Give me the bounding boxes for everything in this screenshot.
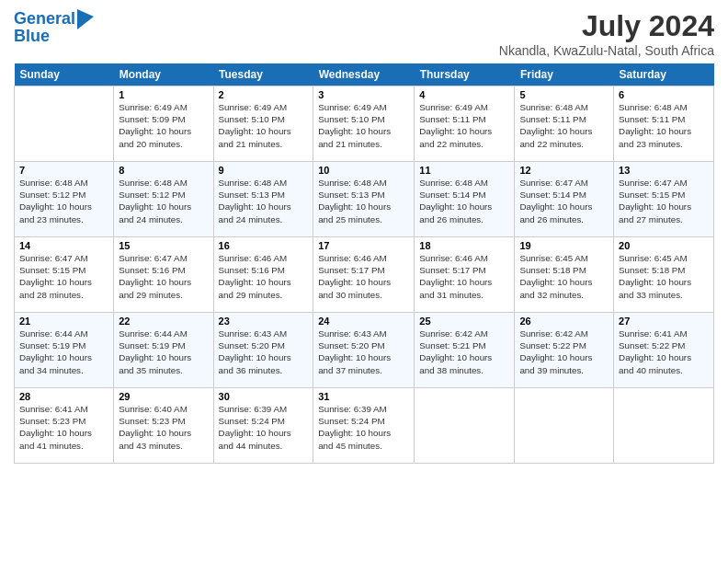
day-info: Sunrise: 6:46 AMSunset: 5:16 PMDaylight:… <box>219 252 309 301</box>
day-info: Sunrise: 6:47 AMSunset: 5:14 PMDaylight:… <box>519 177 609 225</box>
calendar-cell <box>415 388 515 464</box>
calendar-cell: 4Sunrise: 6:49 AMSunset: 5:11 PMDaylight… <box>415 86 515 162</box>
calendar-cell: 19Sunrise: 6:45 AMSunset: 5:18 PMDayligh… <box>515 237 614 313</box>
day-info: Sunrise: 6:49 AMSunset: 5:11 PMDaylight:… <box>419 101 509 150</box>
day-number: 18 <box>419 240 509 251</box>
calendar-cell: 28Sunrise: 6:41 AMSunset: 5:23 PMDayligh… <box>15 388 114 464</box>
day-number: 19 <box>519 240 609 251</box>
day-number: 8 <box>119 165 208 176</box>
day-info: Sunrise: 6:43 AMSunset: 5:20 PMDaylight:… <box>318 327 409 376</box>
day-number: 4 <box>419 89 509 100</box>
day-number: 3 <box>318 89 409 100</box>
calendar-cell: 3Sunrise: 6:49 AMSunset: 5:10 PMDaylight… <box>313 86 415 162</box>
day-number: 25 <box>419 316 509 327</box>
header-row: Sunday Monday Tuesday Wednesday Thursday… <box>15 63 714 86</box>
day-number: 11 <box>419 165 509 176</box>
day-info: Sunrise: 6:46 AMSunset: 5:17 PMDaylight:… <box>318 252 409 301</box>
day-number: 6 <box>619 89 709 100</box>
day-info: Sunrise: 6:48 AMSunset: 5:12 PMDaylight:… <box>19 177 108 225</box>
day-number: 22 <box>119 316 208 327</box>
day-info: Sunrise: 6:49 AMSunset: 5:10 PMDaylight:… <box>318 101 409 150</box>
calendar-cell: 21Sunrise: 6:44 AMSunset: 5:19 PMDayligh… <box>15 313 114 388</box>
col-sunday: Sunday <box>15 63 114 86</box>
day-number: 7 <box>19 165 108 176</box>
svg-marker-0 <box>77 9 94 29</box>
day-number: 30 <box>219 391 309 402</box>
day-number: 1 <box>119 89 208 100</box>
calendar-cell: 10Sunrise: 6:48 AMSunset: 5:13 PMDayligh… <box>313 162 415 237</box>
day-info: Sunrise: 6:48 AMSunset: 5:14 PMDaylight:… <box>419 177 509 225</box>
week-row-4: 28Sunrise: 6:41 AMSunset: 5:23 PMDayligh… <box>15 388 714 464</box>
day-info: Sunrise: 6:45 AMSunset: 5:18 PMDaylight:… <box>519 252 609 301</box>
day-info: Sunrise: 6:46 AMSunset: 5:17 PMDaylight:… <box>419 252 509 301</box>
week-row-0: 1Sunrise: 6:49 AMSunset: 5:09 PMDaylight… <box>15 86 714 162</box>
calendar-cell: 6Sunrise: 6:48 AMSunset: 5:11 PMDaylight… <box>614 86 714 162</box>
col-monday: Monday <box>114 63 213 86</box>
day-info: Sunrise: 6:49 AMSunset: 5:09 PMDaylight:… <box>119 101 208 150</box>
calendar-cell: 1Sunrise: 6:49 AMSunset: 5:09 PMDaylight… <box>114 86 213 162</box>
day-info: Sunrise: 6:43 AMSunset: 5:20 PMDaylight:… <box>219 327 309 376</box>
day-info: Sunrise: 6:47 AMSunset: 5:15 PMDaylight:… <box>19 252 108 301</box>
day-number: 26 <box>519 316 609 327</box>
calendar-cell <box>614 388 714 464</box>
calendar-cell: 26Sunrise: 6:42 AMSunset: 5:22 PMDayligh… <box>515 313 614 388</box>
col-saturday: Saturday <box>614 63 714 86</box>
logo-text-line1: General <box>14 10 75 29</box>
calendar-cell: 30Sunrise: 6:39 AMSunset: 5:24 PMDayligh… <box>213 388 313 464</box>
calendar-cell: 14Sunrise: 6:47 AMSunset: 5:15 PMDayligh… <box>15 237 114 313</box>
calendar-cell: 9Sunrise: 6:48 AMSunset: 5:13 PMDaylight… <box>213 162 313 237</box>
calendar-cell: 20Sunrise: 6:45 AMSunset: 5:18 PMDayligh… <box>614 237 714 313</box>
day-info: Sunrise: 6:48 AMSunset: 5:11 PMDaylight:… <box>519 101 609 150</box>
week-row-2: 14Sunrise: 6:47 AMSunset: 5:15 PMDayligh… <box>15 237 714 313</box>
day-info: Sunrise: 6:42 AMSunset: 5:21 PMDaylight:… <box>419 327 509 376</box>
calendar-cell: 13Sunrise: 6:47 AMSunset: 5:15 PMDayligh… <box>614 162 714 237</box>
day-number: 17 <box>318 240 409 251</box>
day-info: Sunrise: 6:48 AMSunset: 5:11 PMDaylight:… <box>619 101 709 150</box>
calendar-cell: 29Sunrise: 6:40 AMSunset: 5:23 PMDayligh… <box>114 388 213 464</box>
calendar-cell: 27Sunrise: 6:41 AMSunset: 5:22 PMDayligh… <box>614 313 714 388</box>
calendar-cell: 8Sunrise: 6:48 AMSunset: 5:12 PMDaylight… <box>114 162 213 237</box>
day-info: Sunrise: 6:47 AMSunset: 5:15 PMDaylight:… <box>619 177 709 225</box>
day-number: 10 <box>318 165 409 176</box>
day-info: Sunrise: 6:42 AMSunset: 5:22 PMDaylight:… <box>519 327 609 376</box>
day-number: 9 <box>219 165 309 176</box>
calendar-cell: 16Sunrise: 6:46 AMSunset: 5:16 PMDayligh… <box>213 237 313 313</box>
calendar-cell: 5Sunrise: 6:48 AMSunset: 5:11 PMDaylight… <box>515 86 614 162</box>
col-tuesday: Tuesday <box>213 63 313 86</box>
day-number: 29 <box>119 391 208 402</box>
day-number: 28 <box>19 391 108 402</box>
calendar-cell: 23Sunrise: 6:43 AMSunset: 5:20 PMDayligh… <box>213 313 313 388</box>
page: General Blue July 2024 Nkandla, KwaZulu-… <box>0 0 728 563</box>
calendar-cell: 25Sunrise: 6:42 AMSunset: 5:21 PMDayligh… <box>415 313 515 388</box>
day-number: 24 <box>318 316 409 327</box>
day-number: 16 <box>219 240 309 251</box>
day-number: 31 <box>318 391 409 402</box>
week-row-3: 21Sunrise: 6:44 AMSunset: 5:19 PMDayligh… <box>15 313 714 388</box>
day-info: Sunrise: 6:45 AMSunset: 5:18 PMDaylight:… <box>619 252 709 301</box>
logo: General Blue <box>14 9 94 46</box>
day-info: Sunrise: 6:49 AMSunset: 5:10 PMDaylight:… <box>219 101 309 150</box>
calendar-cell <box>15 86 114 162</box>
day-info: Sunrise: 6:39 AMSunset: 5:24 PMDaylight:… <box>318 403 409 452</box>
location-subtitle: Nkandla, KwaZulu-Natal, South Africa <box>499 43 714 58</box>
day-info: Sunrise: 6:41 AMSunset: 5:22 PMDaylight:… <box>619 327 709 376</box>
day-info: Sunrise: 6:44 AMSunset: 5:19 PMDaylight:… <box>119 327 208 376</box>
calendar-cell: 17Sunrise: 6:46 AMSunset: 5:17 PMDayligh… <box>313 237 415 313</box>
logo-icon <box>77 9 94 29</box>
day-info: Sunrise: 6:41 AMSunset: 5:23 PMDaylight:… <box>19 403 108 452</box>
day-number: 13 <box>619 165 709 176</box>
calendar-cell: 22Sunrise: 6:44 AMSunset: 5:19 PMDayligh… <box>114 313 213 388</box>
header: General Blue July 2024 Nkandla, KwaZulu-… <box>14 9 714 58</box>
day-number: 5 <box>519 89 609 100</box>
calendar-table: Sunday Monday Tuesday Wednesday Thursday… <box>14 63 714 464</box>
col-friday: Friday <box>515 63 614 86</box>
title-area: July 2024 Nkandla, KwaZulu-Natal, South … <box>499 9 714 58</box>
day-number: 21 <box>19 316 108 327</box>
col-thursday: Thursday <box>415 63 515 86</box>
month-year-title: July 2024 <box>499 9 714 43</box>
day-info: Sunrise: 6:48 AMSunset: 5:13 PMDaylight:… <box>318 177 409 225</box>
calendar-cell: 2Sunrise: 6:49 AMSunset: 5:10 PMDaylight… <box>213 86 313 162</box>
calendar-cell: 15Sunrise: 6:47 AMSunset: 5:16 PMDayligh… <box>114 237 213 313</box>
week-row-1: 7Sunrise: 6:48 AMSunset: 5:12 PMDaylight… <box>15 162 714 237</box>
calendar-cell: 31Sunrise: 6:39 AMSunset: 5:24 PMDayligh… <box>313 388 415 464</box>
